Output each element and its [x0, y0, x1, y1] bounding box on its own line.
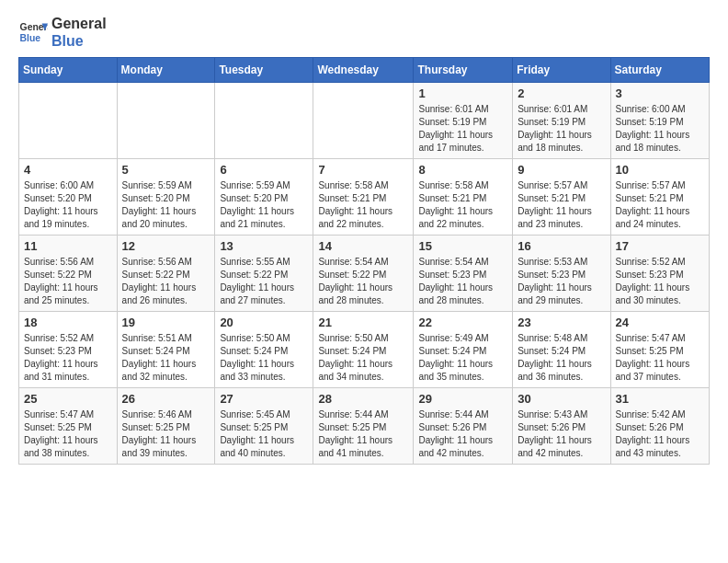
calendar-cell: 10 Sunrise: 5:57 AMSunset: 5:21 PMDaylig…	[610, 159, 709, 236]
day-number: 10	[616, 163, 704, 177]
day-number: 17	[616, 239, 704, 253]
day-number: 24	[616, 316, 704, 329]
day-info: Sunrise: 5:50 AMSunset: 5:24 PMDaylight:…	[220, 333, 294, 382]
day-number: 6	[220, 163, 308, 177]
calendar-cell: 12 Sunrise: 5:56 AMSunset: 5:22 PMDaylig…	[117, 236, 215, 312]
day-number: 25	[24, 392, 112, 406]
calendar-cell: 16 Sunrise: 5:53 AMSunset: 5:23 PMDaylig…	[513, 236, 610, 312]
calendar-cell: 8 Sunrise: 5:58 AMSunset: 5:21 PMDayligh…	[414, 159, 513, 236]
calendar-cell: 1 Sunrise: 6:01 AMSunset: 5:19 PMDayligh…	[414, 83, 513, 159]
calendar-cell: 30 Sunrise: 5:43 AMSunset: 5:26 PMDaylig…	[513, 388, 610, 465]
day-number: 19	[122, 316, 210, 329]
day-info: Sunrise: 5:54 AMSunset: 5:22 PMDaylight:…	[318, 257, 392, 305]
calendar-cell	[215, 83, 313, 159]
calendar-cell: 15 Sunrise: 5:54 AMSunset: 5:23 PMDaylig…	[414, 236, 513, 312]
day-number: 5	[122, 163, 210, 177]
day-number: 4	[24, 163, 112, 177]
calendar-cell	[313, 83, 414, 159]
day-info: Sunrise: 5:56 AMSunset: 5:22 PMDaylight:…	[24, 257, 98, 305]
day-number: 31	[616, 392, 704, 406]
day-info: Sunrise: 5:59 AMSunset: 5:20 PMDaylight:…	[220, 180, 294, 229]
day-info: Sunrise: 5:58 AMSunset: 5:21 PMDaylight:…	[418, 180, 493, 229]
day-info: Sunrise: 5:52 AMSunset: 5:23 PMDaylight:…	[24, 333, 98, 382]
day-number: 27	[220, 392, 308, 406]
logo-general-text: General	[51, 15, 107, 32]
calendar-cell: 25 Sunrise: 5:47 AMSunset: 5:25 PMDaylig…	[19, 388, 118, 465]
day-number: 26	[122, 392, 210, 406]
calendar-cell: 2 Sunrise: 6:01 AMSunset: 5:19 PMDayligh…	[513, 83, 610, 159]
weekday-header-friday: Friday	[513, 58, 610, 83]
day-info: Sunrise: 6:01 AMSunset: 5:19 PMDaylight:…	[418, 104, 493, 153]
calendar-cell: 18 Sunrise: 5:52 AMSunset: 5:23 PMDaylig…	[19, 312, 118, 388]
calendar-cell: 3 Sunrise: 6:00 AMSunset: 5:19 PMDayligh…	[610, 83, 709, 159]
day-number: 21	[318, 316, 408, 329]
day-info: Sunrise: 5:52 AMSunset: 5:23 PMDaylight:…	[616, 257, 690, 305]
day-info: Sunrise: 5:59 AMSunset: 5:20 PMDaylight:…	[122, 180, 197, 229]
day-info: Sunrise: 5:56 AMSunset: 5:22 PMDaylight:…	[122, 257, 197, 305]
day-number: 7	[318, 163, 408, 177]
calendar-cell: 27 Sunrise: 5:45 AMSunset: 5:25 PMDaylig…	[215, 388, 313, 465]
calendar-cell: 26 Sunrise: 5:46 AMSunset: 5:25 PMDaylig…	[117, 388, 215, 465]
calendar-cell: 6 Sunrise: 5:59 AMSunset: 5:20 PMDayligh…	[215, 159, 313, 236]
calendar-cell: 31 Sunrise: 5:42 AMSunset: 5:26 PMDaylig…	[610, 388, 709, 465]
calendar-cell: 21 Sunrise: 5:50 AMSunset: 5:24 PMDaylig…	[313, 312, 414, 388]
day-info: Sunrise: 5:57 AMSunset: 5:21 PMDaylight:…	[518, 180, 592, 229]
calendar-cell: 28 Sunrise: 5:44 AMSunset: 5:25 PMDaylig…	[313, 388, 414, 465]
calendar-cell: 17 Sunrise: 5:52 AMSunset: 5:23 PMDaylig…	[610, 236, 709, 312]
calendar-cell: 22 Sunrise: 5:49 AMSunset: 5:24 PMDaylig…	[414, 312, 513, 388]
calendar-cell: 4 Sunrise: 6:00 AMSunset: 5:20 PMDayligh…	[19, 159, 118, 236]
logo: General Blue General Blue	[18, 15, 107, 50]
day-info: Sunrise: 6:00 AMSunset: 5:19 PMDaylight:…	[616, 104, 690, 153]
calendar-cell: 13 Sunrise: 5:55 AMSunset: 5:22 PMDaylig…	[215, 236, 313, 312]
day-info: Sunrise: 5:43 AMSunset: 5:26 PMDaylight:…	[518, 409, 592, 458]
day-number: 29	[418, 392, 507, 406]
day-info: Sunrise: 5:58 AMSunset: 5:21 PMDaylight:…	[318, 180, 392, 229]
day-number: 14	[318, 239, 408, 253]
day-number: 15	[418, 239, 507, 253]
day-info: Sunrise: 5:48 AMSunset: 5:24 PMDaylight:…	[518, 333, 592, 382]
day-number: 11	[24, 239, 112, 253]
calendar-cell: 24 Sunrise: 5:47 AMSunset: 5:25 PMDaylig…	[610, 312, 709, 388]
day-info: Sunrise: 5:55 AMSunset: 5:22 PMDaylight:…	[220, 257, 294, 305]
calendar-cell: 7 Sunrise: 5:58 AMSunset: 5:21 PMDayligh…	[313, 159, 414, 236]
day-info: Sunrise: 6:00 AMSunset: 5:20 PMDaylight:…	[24, 180, 98, 229]
day-number: 30	[518, 392, 605, 406]
logo-icon: General Blue	[18, 17, 48, 47]
calendar-table: SundayMondayTuesdayWednesdayThursdayFrid…	[18, 57, 710, 465]
calendar-cell: 9 Sunrise: 5:57 AMSunset: 5:21 PMDayligh…	[513, 159, 610, 236]
day-info: Sunrise: 5:51 AMSunset: 5:24 PMDaylight:…	[122, 333, 197, 382]
weekday-header-wednesday: Wednesday	[313, 58, 414, 83]
calendar-cell: 20 Sunrise: 5:50 AMSunset: 5:24 PMDaylig…	[215, 312, 313, 388]
weekday-header-thursday: Thursday	[414, 58, 513, 83]
calendar-cell: 14 Sunrise: 5:54 AMSunset: 5:22 PMDaylig…	[313, 236, 414, 312]
header: General Blue General Blue	[18, 15, 710, 50]
day-number: 12	[122, 239, 210, 253]
day-number: 22	[418, 316, 507, 329]
day-info: Sunrise: 5:46 AMSunset: 5:25 PMDaylight:…	[122, 409, 197, 458]
day-number: 23	[518, 316, 605, 329]
day-number: 20	[220, 316, 308, 329]
logo-blue-text: Blue	[51, 32, 107, 50]
day-info: Sunrise: 5:53 AMSunset: 5:23 PMDaylight:…	[518, 257, 592, 305]
day-info: Sunrise: 5:42 AMSunset: 5:26 PMDaylight:…	[616, 409, 690, 458]
calendar-cell: 23 Sunrise: 5:48 AMSunset: 5:24 PMDaylig…	[513, 312, 610, 388]
day-info: Sunrise: 5:44 AMSunset: 5:25 PMDaylight:…	[318, 409, 392, 458]
day-number: 18	[24, 316, 112, 329]
svg-text:Blue: Blue	[20, 33, 41, 43]
calendar-cell: 19 Sunrise: 5:51 AMSunset: 5:24 PMDaylig…	[117, 312, 215, 388]
day-info: Sunrise: 5:50 AMSunset: 5:24 PMDaylight:…	[318, 333, 392, 382]
weekday-header-monday: Monday	[117, 58, 215, 83]
day-number: 8	[418, 163, 507, 177]
day-info: Sunrise: 5:47 AMSunset: 5:25 PMDaylight:…	[616, 333, 690, 382]
day-info: Sunrise: 5:44 AMSunset: 5:26 PMDaylight:…	[418, 409, 493, 458]
weekday-header-tuesday: Tuesday	[215, 58, 313, 83]
day-info: Sunrise: 6:01 AMSunset: 5:19 PMDaylight:…	[518, 104, 592, 153]
day-info: Sunrise: 5:49 AMSunset: 5:24 PMDaylight:…	[418, 333, 493, 382]
calendar-cell: 29 Sunrise: 5:44 AMSunset: 5:26 PMDaylig…	[414, 388, 513, 465]
day-number: 16	[518, 239, 605, 253]
day-info: Sunrise: 5:54 AMSunset: 5:23 PMDaylight:…	[418, 257, 493, 305]
calendar-cell	[117, 83, 215, 159]
day-number: 28	[318, 392, 408, 406]
day-info: Sunrise: 5:45 AMSunset: 5:25 PMDaylight:…	[220, 409, 294, 458]
day-number: 3	[616, 86, 704, 100]
